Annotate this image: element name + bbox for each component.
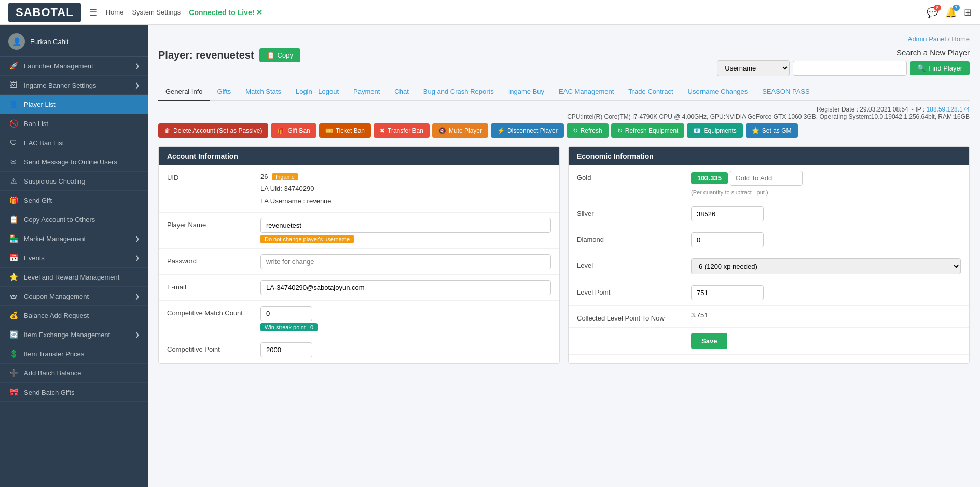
- search-type-select[interactable]: Username: [717, 60, 790, 76]
- sidebar-item-item-transfer-prices[interactable]: 💲 Item Transfer Prices: [0, 344, 148, 364]
- refresh-equipment-button[interactable]: ↻ Refresh Equipment: [611, 123, 685, 138]
- sidebar-item-player-list[interactable]: 👤 Player List: [0, 95, 148, 114]
- comp-match-input[interactable]: [260, 306, 312, 321]
- comp-point-input[interactable]: [260, 342, 312, 357]
- collected-level-value: 3.751: [691, 311, 961, 319]
- level-point-row: Level Point: [569, 280, 969, 306]
- sidebar-item-launcher-management[interactable]: 🚀 Launcher Management ❯: [0, 57, 148, 76]
- gift-icon: 🎁: [277, 127, 285, 134]
- tab-chat[interactable]: Chat: [387, 84, 416, 100]
- search-input[interactable]: [793, 61, 907, 76]
- sidebar-item-send-gift[interactable]: 🎁 Send Gift: [0, 191, 148, 210]
- sidebar-item-ban-list[interactable]: 🚫 Ban List: [0, 114, 148, 133]
- sidebar-item-label: Balance Add Request: [24, 312, 89, 319]
- level-label: Level: [577, 258, 691, 269]
- notifications-icon-btn[interactable]: 🔔 7: [945, 7, 957, 18]
- sidebar-item-market-management[interactable]: 🏪 Market Management ❯: [0, 229, 148, 248]
- password-label: Password: [167, 254, 260, 265]
- sidebar-item-copy-account[interactable]: 📋 Copy Account to Others: [0, 210, 148, 229]
- tab-bug-crash[interactable]: Bug and Crash Reports: [416, 84, 501, 100]
- level-point-input[interactable]: [691, 285, 764, 300]
- tab-username-changes[interactable]: Username Changes: [681, 84, 755, 100]
- disconnect-player-button[interactable]: ⚡ Disconnect Player: [491, 123, 564, 138]
- email-label: E-mail: [167, 280, 260, 291]
- main-content: Admin Panel / Home Player: revenuetest 📋…: [148, 25, 980, 487]
- email-value: [260, 280, 551, 295]
- equip-icon: 📧: [693, 127, 701, 134]
- diamond-input[interactable]: [691, 232, 764, 247]
- hamburger-icon[interactable]: ☰: [89, 7, 98, 18]
- player-icon: 👤: [8, 100, 19, 108]
- sidebar-item-eac-ban-list[interactable]: 🛡 EAC Ban List: [0, 133, 148, 152]
- copy-player-button[interactable]: 📋 Copy: [259, 48, 300, 62]
- set-as-gm-button[interactable]: ⭐ Set as GM: [746, 123, 798, 138]
- delete-account-button[interactable]: 🗑 Delete Account (Set as Passive): [158, 123, 268, 138]
- sidebar-item-send-message[interactable]: ✉ Send Message to Online Users: [0, 152, 148, 172]
- tab-login-logout[interactable]: Login - Logout: [288, 84, 346, 100]
- silver-input[interactable]: [691, 206, 764, 221]
- sidebar-item-balance-add-request[interactable]: 💰 Balance Add Request: [0, 306, 148, 325]
- uid-row: UID 26 Ingame LA Uid: 34740290 LA Userna…: [159, 165, 559, 213]
- sidebar-item-coupon-management[interactable]: 🎟 Coupon Management ❯: [0, 287, 148, 306]
- meta-info: Register Date : 29.03.2021 08:54 ~ IP : …: [158, 106, 970, 120]
- tab-trade-contract[interactable]: Trade Contract: [621, 84, 680, 100]
- tab-ingame-buy[interactable]: Ingame Buy: [501, 84, 551, 100]
- collected-level-label: Collected Level Point To Now: [577, 311, 691, 322]
- password-row: Password: [159, 249, 559, 275]
- message-icon: ✉: [8, 158, 19, 166]
- collected-level-row: Collected Level Point To Now 3.751: [569, 306, 969, 328]
- sidebar-item-suspicious-cheating[interactable]: ⚠ Suspicious Cheating: [0, 172, 148, 191]
- ban-icon: 🚫: [8, 119, 19, 128]
- refresh-icon: ↻: [573, 127, 578, 134]
- sidebar-item-send-batch-gifts[interactable]: 🎀 Send Batch Gifts: [0, 383, 148, 402]
- ip-address[interactable]: 188.59.128.174: [927, 106, 970, 113]
- nav-home[interactable]: Home: [106, 8, 124, 16]
- player-name-input[interactable]: [260, 218, 551, 233]
- save-button[interactable]: Save: [691, 333, 727, 349]
- sidebar-item-label: Add Batch Balance: [24, 369, 81, 377]
- tab-eac-management[interactable]: EAC Management: [551, 84, 621, 100]
- equipments-button[interactable]: 📧 Equipments: [687, 123, 742, 138]
- coupon-icon: 🎟: [8, 292, 19, 300]
- transfer-ban-button[interactable]: ✖ Transfer Ban: [374, 123, 430, 138]
- diamond-row: Diamond: [569, 227, 969, 253]
- level-select[interactable]: 6 (1200 xp needed): [691, 258, 961, 274]
- economic-info-body: Gold 103.335 (Per quantity to subtract -…: [569, 165, 969, 355]
- refresh-button[interactable]: ↻ Refresh: [567, 123, 609, 138]
- sidebar-item-events[interactable]: 📅 Events ❯: [0, 248, 148, 268]
- level-row: Level 6 (1200 xp needed): [569, 253, 969, 280]
- level-icon: ⭐: [8, 273, 19, 281]
- nav-system-settings[interactable]: System Settings: [132, 8, 181, 16]
- diamond-value: [691, 232, 961, 247]
- email-input[interactable]: [260, 280, 551, 295]
- gift-ban-button[interactable]: 🎁 Gift Ban: [271, 123, 316, 138]
- sidebar-item-add-batch-balance[interactable]: ➕ Add Batch Balance: [0, 364, 148, 383]
- tab-gifts[interactable]: Gifts: [210, 84, 239, 100]
- tab-match-stats[interactable]: Match Stats: [238, 84, 288, 100]
- sidebar-item-label: Ingame Banner Settings: [24, 81, 96, 89]
- ticket-ban-button[interactable]: 🎫 Ticket Ban: [319, 123, 371, 138]
- gold-add-input[interactable]: [730, 171, 803, 186]
- sidebar-username: Furkan Cahit: [30, 38, 68, 46]
- market-icon: 🏪: [8, 234, 19, 243]
- sidebar-item-label: Ban List: [24, 120, 48, 128]
- tab-payment[interactable]: Payment: [346, 84, 387, 100]
- sidebar-item-level-reward[interactable]: ⭐ Level and Reward Management: [0, 268, 148, 287]
- tab-season-pass[interactable]: SEASON PASS: [755, 84, 817, 100]
- tab-general-info[interactable]: General Info: [158, 84, 210, 101]
- player-name-value: Do not change player's username: [260, 218, 551, 243]
- admin-icon-btn[interactable]: ⊞: [964, 7, 972, 18]
- find-player-button[interactable]: 🔍 Find Player: [910, 61, 970, 75]
- password-input[interactable]: [260, 254, 551, 269]
- sidebar-item-item-exchange[interactable]: 🔄 Item Exchange Management ❯: [0, 325, 148, 344]
- launcher-icon: 🚀: [8, 62, 19, 70]
- sidebar-item-label: Level and Reward Management: [24, 273, 119, 281]
- system-info: CPU:Intel(R) Core(TM) i7-4790K CPU @ 4.0…: [567, 113, 970, 120]
- messages-icon-btn[interactable]: 💬 8: [927, 7, 938, 18]
- sidebar-item-ingame-banner[interactable]: 🖼 Ingame Banner Settings ❯: [0, 76, 148, 95]
- action-buttons: 🗑 Delete Account (Set as Passive) 🎁 Gift…: [158, 123, 970, 138]
- mute-player-button[interactable]: 🔇 Mute Player: [432, 123, 488, 138]
- uid-value: 26 Ingame LA Uid: 34740290 LA Username :…: [260, 171, 551, 207]
- breadcrumb-admin-panel[interactable]: Admin Panel: [908, 35, 946, 43]
- win-streak-badge: Win streak point : 0: [260, 323, 318, 331]
